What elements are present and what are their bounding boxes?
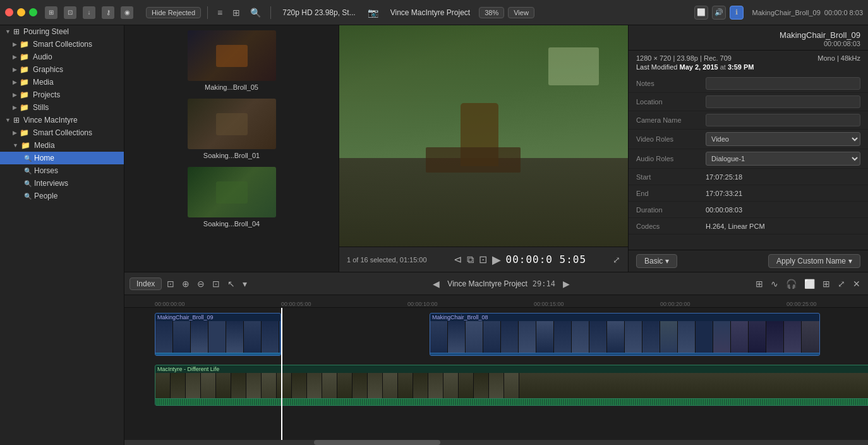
audio-chevron: ▶ bbox=[13, 54, 17, 60]
folder-icon: 📁 bbox=[20, 40, 29, 49]
sidebar-item-people[interactable]: 🔍 People bbox=[0, 190, 124, 202]
fit-button[interactable]: ⊡ bbox=[210, 277, 222, 290]
grid-view-button[interactable]: ⊞ bbox=[229, 6, 243, 19]
notes-input[interactable] bbox=[706, 77, 860, 90]
sidebar-item-horses[interactable]: 🔍 Horses bbox=[0, 164, 124, 177]
cursor-button[interactable]: ↖ bbox=[225, 277, 238, 290]
audio-roles-row: Audio Roles Dialogue-1 bbox=[629, 149, 868, 169]
trim-button[interactable]: ▾ bbox=[240, 277, 250, 290]
transform-button[interactable]: ⧉ bbox=[467, 254, 474, 265]
zoom-level[interactable]: 38% bbox=[479, 7, 504, 18]
fullscreen-button[interactable] bbox=[29, 8, 37, 16]
vince-smart-collections-header[interactable]: ▶ 📁 Smart Collections bbox=[0, 126, 124, 139]
libraries-icon[interactable]: ⊞ bbox=[45, 6, 57, 19]
import-icon[interactable]: ↓ bbox=[83, 6, 95, 19]
headphone-button[interactable]: 🎧 bbox=[783, 277, 799, 290]
media-header-top[interactable]: ▶ 📁 Media bbox=[0, 76, 124, 88]
close-button[interactable] bbox=[5, 8, 13, 16]
index-button[interactable]: Index bbox=[130, 277, 162, 290]
location-input[interactable] bbox=[706, 95, 860, 108]
titlebar-icons: ⊞ ⊡ ↓ ⚷ ◉ bbox=[45, 6, 133, 19]
audio-header[interactable]: ▶ 📁 Audio bbox=[0, 51, 124, 63]
playhead[interactable] bbox=[281, 308, 282, 440]
minimize-button[interactable] bbox=[17, 8, 25, 16]
close-timeline-button[interactable]: ✕ bbox=[850, 277, 863, 290]
camera-icon[interactable]: 📷 bbox=[365, 6, 382, 19]
grid-button[interactable]: ⊞ bbox=[820, 277, 833, 290]
video-on-button[interactable]: ⊞ bbox=[753, 277, 766, 290]
resolution-info: 720p HD 23.98p, St... bbox=[282, 8, 355, 17]
view-button[interactable]: View bbox=[508, 7, 534, 18]
clip-label-1: MakingChair_Broll_08 bbox=[430, 314, 819, 321]
main-area: ▼ ⊞ Pouring Steel ▶ 📁 Smart Collections … bbox=[0, 25, 868, 445]
monitor-icon[interactable]: ⬜ bbox=[694, 6, 708, 20]
vince-media-header[interactable]: ▼ 📁 Media bbox=[0, 139, 124, 152]
thumb-0 bbox=[188, 30, 276, 81]
codecs-value: H.264, Linear PCM bbox=[706, 222, 860, 230]
camera-name-input[interactable] bbox=[706, 114, 860, 126]
graphics-chevron: ▶ bbox=[13, 66, 17, 73]
sidebar-item-interviews[interactable]: 🔍 Interviews bbox=[0, 177, 124, 190]
audio-roles-select[interactable]: Dialogue-1 bbox=[706, 152, 860, 166]
projects-folder-icon: 📁 bbox=[20, 90, 29, 99]
library-header[interactable]: ▼ ⊞ Pouring Steel bbox=[0, 25, 124, 38]
timeline-ruler: 00:00:00:00 00:00:05:00 00:00:10:00 00:0… bbox=[124, 295, 868, 308]
duration-label: Duration bbox=[636, 206, 706, 214]
stills-header[interactable]: ▶ 📁 Stills bbox=[0, 101, 124, 114]
projects-header[interactable]: ▶ 📁 Projects bbox=[0, 88, 124, 101]
duration-row: Duration 00:00:08:03 bbox=[629, 202, 868, 218]
vince-media-chevron: ▼ bbox=[13, 142, 18, 149]
horses-label: Horses bbox=[34, 166, 58, 175]
camera-name-label: Camera Name bbox=[636, 116, 706, 124]
inspector-panel: MakingChair_Broll_09 00:00:08:03 1280 × … bbox=[628, 25, 868, 272]
stills-chevron: ▶ bbox=[13, 104, 17, 111]
inspector-fields: Notes Location Camera Name bbox=[629, 75, 868, 250]
zoom-in-button[interactable]: ⊕ bbox=[179, 277, 192, 290]
apply-custom-name-button[interactable]: Apply Custom Name ▾ bbox=[768, 254, 860, 268]
timeline-scrollbar[interactable] bbox=[124, 440, 868, 445]
key-icon[interactable]: ⚷ bbox=[102, 6, 114, 19]
fullscreen-icon[interactable]: ⤢ bbox=[613, 255, 620, 265]
info-icon[interactable]: ℹ bbox=[730, 6, 744, 20]
clip-appearance-button[interactable]: ⊡ bbox=[164, 277, 177, 290]
audio-icon[interactable]: 🔊 bbox=[712, 6, 726, 20]
share-icon[interactable]: ◉ bbox=[121, 6, 133, 19]
prev-button[interactable]: ◀ bbox=[430, 277, 442, 290]
vince-media-label: Media bbox=[34, 141, 55, 150]
timeline-tracks[interactable]: MakingChair_Broll_09 bbox=[124, 308, 868, 440]
expand-button[interactable]: ⤢ bbox=[835, 277, 848, 290]
clip-audio-different-life[interactable]: MacIntyre - Different Life bbox=[155, 365, 868, 406]
graphics-header[interactable]: ▶ 📁 Graphics bbox=[0, 63, 124, 76]
graphics-label: Graphics bbox=[33, 65, 63, 74]
crop-button[interactable]: ⊡ bbox=[479, 253, 487, 265]
modified-date: May 2, 2015 bbox=[680, 63, 718, 71]
video-roles-select[interactable]: Video bbox=[706, 132, 860, 146]
scrollbar-thumb[interactable] bbox=[314, 440, 440, 445]
smart-collections-top-header[interactable]: ▶ 📁 Smart Collections bbox=[0, 38, 124, 51]
interviews-label: Interviews bbox=[34, 179, 68, 188]
vince-sc-label: Smart Collections bbox=[33, 128, 92, 137]
vince-library-header[interactable]: ▼ ⊞ Vince MacIntyre bbox=[0, 114, 124, 126]
basic-label: Basic bbox=[644, 257, 663, 265]
zoom-out-button[interactable]: ⊖ bbox=[195, 277, 207, 290]
media-folder-icon: 📁 bbox=[20, 78, 29, 87]
play-button[interactable]: ▶ bbox=[492, 253, 501, 267]
audio-wave-button[interactable]: ∿ bbox=[768, 277, 781, 290]
inspector-footer: Basic ▾ Apply Custom Name ▾ bbox=[629, 250, 868, 272]
sidebar-item-home[interactable]: 🔍 Home bbox=[0, 152, 124, 164]
browser-item-1[interactable]: Soaking...Broll_01 bbox=[124, 94, 339, 162]
search-button[interactable]: 🔍 bbox=[247, 6, 264, 19]
monitor-button[interactable]: ⬜ bbox=[802, 277, 817, 290]
basic-button[interactable]: Basic ▾ bbox=[636, 254, 677, 268]
browser-item-0[interactable]: Making...Broll_05 bbox=[124, 25, 339, 94]
browser-item-2[interactable]: Soaking...Broll_04 bbox=[124, 162, 339, 230]
hide-rejected-button[interactable]: Hide Rejected bbox=[146, 7, 201, 18]
browser-icon[interactable]: ⊡ bbox=[64, 6, 76, 19]
list-view-button[interactable]: ≡ bbox=[214, 6, 226, 19]
notes-row: Notes bbox=[629, 75, 868, 93]
clip-making-broll09[interactable]: MakingChair_Broll_09 bbox=[155, 313, 281, 356]
traffic-lights bbox=[5, 8, 37, 16]
prev-frame-button[interactable]: ⊲ bbox=[454, 253, 462, 265]
clip-making-broll08[interactable]: MakingChair_Broll_08 bbox=[430, 313, 820, 356]
next-button[interactable]: ▶ bbox=[560, 277, 572, 290]
